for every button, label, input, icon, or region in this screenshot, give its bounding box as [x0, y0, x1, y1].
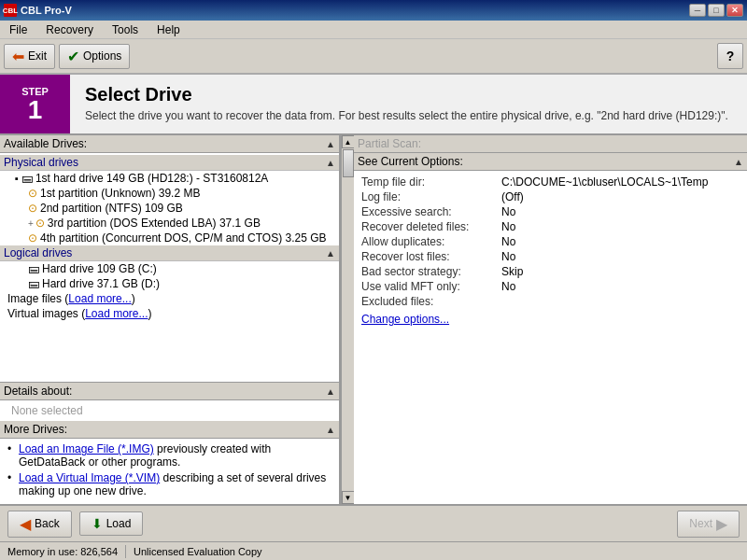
menu-file[interactable]: File — [4, 21, 33, 38]
load-image-link[interactable]: Load more... — [68, 292, 131, 305]
back-label: Back — [35, 517, 60, 530]
available-drives-header: Available Drives: ▲ — [0, 135, 339, 153]
step-description: Select the drive you want to recover the… — [85, 109, 728, 122]
logical-drive-d[interactable]: 🖴 Hard drive 37.1 GB (D:) — [0, 276, 339, 291]
option-log-file: Log file: (Off) — [361, 189, 740, 204]
none-selected-text: None selected — [7, 402, 87, 419]
option-excluded-files: Excluded files: — [361, 294, 740, 309]
option-recover-deleted: Recover deleted files: No — [361, 219, 740, 234]
option-temp-dir-label: Temp file dir: — [361, 175, 501, 189]
current-options-header: See Current Options: ▲ — [354, 153, 747, 171]
option-recover-deleted-label: Recover deleted files: — [361, 220, 501, 233]
option-excessive-value: No — [501, 205, 515, 218]
available-drives-label: Available Drives: — [4, 137, 87, 150]
partial-scan-label: Partial Scan: — [358, 137, 421, 150]
title-bar-buttons[interactable]: ─ □ ✕ — [689, 4, 743, 17]
step-content: Select Drive Select the drive you want t… — [70, 75, 743, 133]
option-recover-lost: Recover lost files: No — [361, 249, 740, 264]
scroll-up-button[interactable]: ▲ — [342, 135, 355, 148]
partition-icon-1: ⊙ — [28, 187, 37, 200]
partition-3[interactable]: + ⊙ 3rd partition (DOS Extended LBA) 37.… — [0, 216, 339, 231]
load-virtual-link[interactable]: Load more... — [85, 307, 148, 320]
title-bar-left: CBL CBL Pro-V — [4, 4, 72, 17]
options-button[interactable]: ✔ Options — [59, 44, 130, 69]
load-image-file-link[interactable]: Load an Image File (*.IMG) — [19, 442, 154, 455]
app-icon: CBL — [4, 4, 17, 17]
partition-label-3: 3rd partition (DOS Extended LBA) 37.1 GB — [48, 217, 261, 230]
left-scrollbar[interactable]: ▲ ▼ — [341, 135, 354, 504]
more-drives-item-1: • Load an Image File (*.IMG) previously … — [7, 442, 331, 469]
load-virtual-image-link[interactable]: Load a Virtual Image (*.VIM) — [19, 471, 160, 484]
details-arrow: ▲ — [326, 386, 335, 397]
exit-button[interactable]: ⬅ Exit — [4, 44, 55, 69]
exit-label: Exit — [28, 49, 47, 63]
option-log-value: (Off) — [501, 190, 524, 203]
physical-drives-label: Physical drives — [4, 156, 78, 169]
option-duplicates-value: No — [501, 235, 515, 248]
logical-drive-c[interactable]: 🖴 Hard drive 109 GB (C:) — [0, 261, 339, 276]
next-label: Next — [689, 517, 712, 530]
title-bar-text: CBL Pro-V — [21, 5, 72, 16]
next-button[interactable]: Next ▶ — [677, 511, 740, 538]
help-button[interactable]: ? — [717, 43, 743, 69]
partition-icon-4: ⊙ — [28, 231, 37, 245]
option-allow-duplicates: Allow duplicates: No — [361, 234, 740, 249]
option-temp-dir-value: C:\DOCUME~1\cbluser\LOCALS~1\Temp — [501, 175, 708, 189]
memory-status: Memory in use: 826,564 — [7, 546, 118, 557]
main-content: Available Drives: ▲ Physical drives ▲ ▪ … — [0, 135, 747, 504]
partition-2[interactable]: ⊙ 2nd partition (NTFS) 109 GB — [0, 201, 339, 216]
change-options-link[interactable]: Change options... — [354, 309, 457, 329]
option-temp-dir: Temp file dir: C:\DOCUME~1\cbluser\LOCAL… — [361, 175, 740, 189]
options-table: Temp file dir: C:\DOCUME~1\cbluser\LOCAL… — [354, 171, 747, 313]
partition-4[interactable]: ⊙ 4th partition (Concurrent DOS, CP/M an… — [0, 231, 339, 245]
scroll-thumb[interactable] — [343, 149, 354, 177]
more-drives-text-1: Load an Image File (*.IMG) previously cr… — [19, 442, 331, 469]
virtual-images-label: Virtual images ( — [7, 307, 85, 320]
help-icon: ? — [726, 49, 735, 63]
next-arrow-icon: ▶ — [716, 515, 727, 533]
image-files-label: Image files ( — [7, 292, 68, 305]
close-button[interactable]: ✕ — [726, 4, 743, 17]
eval-status: Unlicensed Evaluation Copy — [134, 546, 262, 557]
back-button[interactable]: ◀ Back — [7, 511, 72, 538]
logical-icon-c: 🖴 — [28, 262, 39, 275]
physical-drives-header: Physical drives ▲ — [0, 155, 339, 171]
maximize-button[interactable]: □ — [708, 4, 725, 17]
more-drives-arrow: ▲ — [326, 425, 335, 435]
exit-icon: ⬅ — [12, 48, 24, 65]
status-separator — [125, 545, 126, 558]
option-valid-mft: Use valid MFT only: No — [361, 279, 740, 294]
menu-recovery[interactable]: Recovery — [40, 21, 99, 38]
details-header: Details about: ▲ — [0, 383, 339, 400]
options-label: Options — [83, 49, 121, 63]
right-panel: Partial Scan: See Current Options: ▲ Tem… — [354, 135, 747, 504]
menu-help[interactable]: Help — [151, 21, 186, 38]
bullet-1: • — [7, 442, 15, 469]
load-button[interactable]: ⬇ Load — [79, 511, 144, 536]
status-bar: Memory in use: 826,564 Unlicensed Evalua… — [0, 541, 747, 560]
options-icon: ✔ — [67, 48, 79, 65]
step-title: Select Drive — [85, 84, 728, 105]
virtual-images-close: ) — [148, 307, 152, 320]
minimize-button[interactable]: ─ — [689, 4, 706, 17]
menu-bar: File Recovery Tools Help — [0, 21, 747, 39]
option-recover-lost-value: No — [501, 250, 515, 263]
partition-1[interactable]: ⊙ 1st partition (Unknown) 39.2 MB — [0, 186, 339, 201]
step-badge: STEP 1 — [0, 75, 70, 133]
hdd-icon: 🖴 — [21, 172, 33, 185]
menu-tools[interactable]: Tools — [106, 21, 144, 38]
option-bad-sector-label: Bad sector strategy: — [361, 265, 501, 278]
logical-arrow: ▲ — [326, 248, 335, 259]
load-label: Load — [106, 517, 132, 530]
more-drives-header: More Drives: ▲ — [0, 421, 339, 439]
drive-hdd-1[interactable]: ▪ 🖴 1st hard drive 149 GB (HD128:) - ST3… — [0, 171, 339, 186]
more-drives-content: • Load an Image File (*.IMG) previously … — [0, 439, 339, 504]
scroll-down-button[interactable]: ▼ — [342, 491, 355, 504]
virtual-images-item: Virtual images (Load more...) — [0, 306, 339, 321]
bottom-bar: ◀ Back ⬇ Load Next ▶ — [0, 504, 747, 541]
option-valid-mft-label: Use valid MFT only: — [361, 280, 501, 293]
logical-icon-d: 🖴 — [28, 277, 39, 290]
partition-icon-3: ⊙ — [35, 217, 45, 230]
option-excluded-label: Excluded files: — [361, 295, 501, 308]
partition-label-4: 4th partition (Concurrent DOS, CP/M and … — [40, 231, 327, 245]
